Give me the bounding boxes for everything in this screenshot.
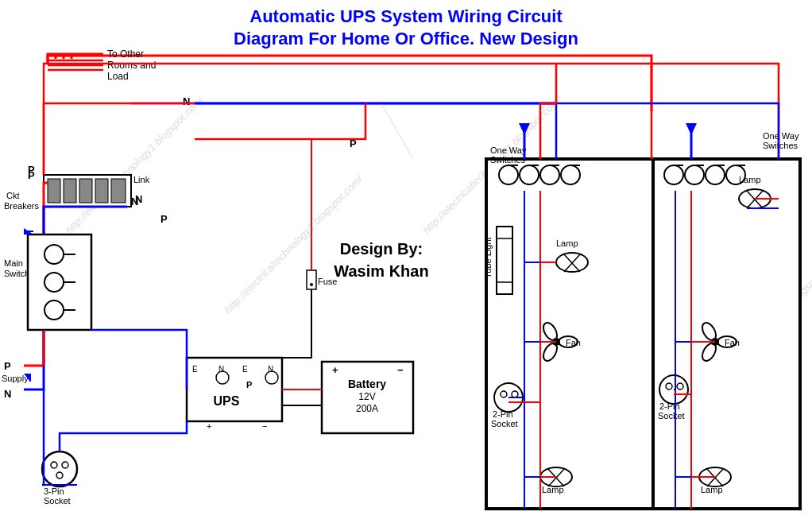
svg-text:E: E [192, 365, 198, 374]
svg-text:+: + [332, 364, 338, 376]
svg-text:Switches: Switches [490, 155, 526, 165]
svg-text:Breakers: Breakers [4, 201, 40, 211]
lamp-top-right-label: Lamp [739, 175, 761, 184]
svg-line-87 [381, 103, 413, 159]
svg-text:Rooms and: Rooms and [107, 60, 156, 71]
svg-rect-8 [64, 179, 76, 203]
svg-text:200A: 200A [356, 403, 378, 414]
svg-text:−: − [262, 421, 267, 431]
one-way-switches-left-label: One Way [490, 145, 527, 155]
fan-room1-label: Fan [566, 338, 581, 347]
n-supply-label: N [4, 388, 11, 400]
tube-light-label: Tube Light [483, 237, 493, 278]
svg-text:Socket: Socket [491, 419, 518, 428]
svg-text:Socket: Socket [658, 411, 685, 421]
n-label-area: N [131, 196, 138, 207]
link-label: Link [133, 175, 150, 184]
title-line1: Automatic UPS System Wiring Circuit [249, 6, 563, 26]
svg-text:Supply: Supply [2, 374, 29, 383]
ckt-breakers-label: Ckt [6, 191, 20, 200]
one-way-switches-right-label: One Way [763, 131, 799, 141]
lamp-bottom-room2-label: Lamp [701, 485, 723, 494]
three-pin-label: 3-Pin [44, 486, 64, 496]
battery-label: Battery [348, 378, 386, 390]
svg-text:12V: 12V [358, 391, 375, 402]
p-label-top-left: P [28, 164, 35, 176]
svg-text:Switch: Switch [4, 269, 29, 278]
to-other-rooms: To Other [107, 48, 144, 60]
fuse [307, 270, 316, 289]
two-pin-room2-label: 2-Pin [659, 401, 680, 411]
fuse-label: Fuse [318, 277, 337, 286]
designer-name: Wasim Khan [334, 262, 428, 280]
designer-label: Design By: [340, 240, 423, 258]
p-supply-label: P [4, 360, 11, 372]
svg-rect-7 [48, 179, 60, 203]
three-pin-socket [42, 452, 77, 486]
main-switch-box [28, 234, 91, 330]
svg-rect-11 [111, 179, 126, 203]
svg-point-42 [310, 283, 313, 286]
main-switch-label: Main [4, 258, 23, 268]
svg-text:Load: Load [107, 71, 129, 82]
p-label-middle: P [160, 213, 168, 225]
wiring-diagram: http://electricaltechnology1.blogspot.co… [0, 0, 812, 531]
fan-room2-label: Fan [725, 338, 740, 347]
svg-text:Socket: Socket [44, 496, 71, 506]
tube-light [497, 227, 512, 294]
svg-text:Switches: Switches [763, 141, 798, 150]
two-pin-room1-label: 2-Pin [493, 409, 513, 419]
room1-box [486, 159, 653, 509]
lamp-center-label: Lamp [556, 238, 578, 248]
svg-rect-9 [79, 179, 92, 203]
svg-text:−: − [397, 364, 404, 376]
ups-label: UPS [214, 394, 240, 408]
svg-text:E: E [242, 365, 248, 374]
n-label-top: N [183, 95, 190, 107]
svg-rect-10 [95, 179, 108, 203]
title-line2: Diagram For Home Or Office. New Design [234, 29, 578, 48]
p-label-ups: P [246, 380, 252, 390]
svg-text:+: + [207, 421, 211, 431]
lamp-bottom-room1-label: Lamp [542, 485, 564, 494]
